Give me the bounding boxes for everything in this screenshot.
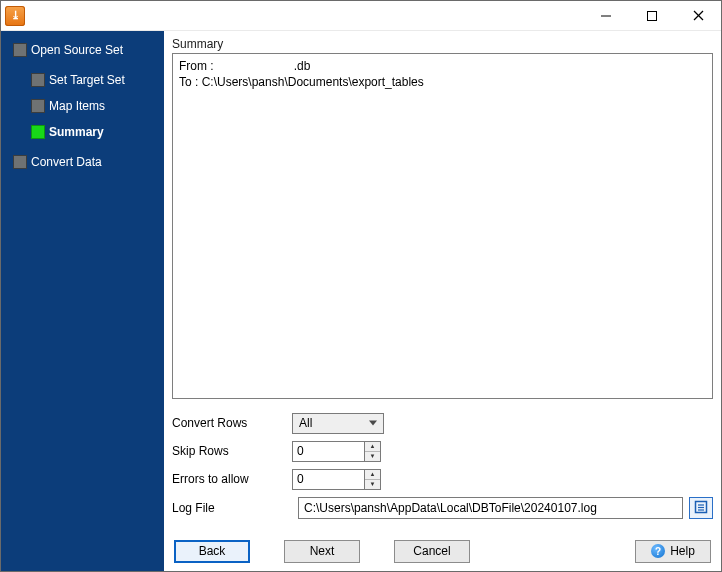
help-button-label: Help bbox=[670, 544, 695, 558]
skip-rows-down[interactable]: ▼ bbox=[365, 452, 380, 461]
errors-down[interactable]: ▼ bbox=[365, 480, 380, 489]
convert-rows-select[interactable]: All bbox=[292, 413, 384, 434]
skip-rows-label: Skip Rows bbox=[172, 444, 292, 458]
wizard-steps: Open Source SetSet Target SetMap ItemsSu… bbox=[1, 31, 164, 571]
wizard-buttons: Back Next Cancel ? Help bbox=[164, 531, 721, 571]
step-box-icon bbox=[13, 155, 27, 169]
step-box-icon bbox=[31, 125, 45, 139]
convert-rows-label: Convert Rows bbox=[172, 416, 292, 430]
log-file-browse-button[interactable] bbox=[689, 497, 713, 519]
errors-input[interactable] bbox=[292, 469, 364, 490]
step-box-icon bbox=[13, 43, 27, 57]
convert-rows-value: All bbox=[299, 416, 312, 430]
step-label: Convert Data bbox=[31, 155, 102, 169]
help-icon: ? bbox=[651, 544, 665, 558]
step-label: Open Source Set bbox=[31, 43, 123, 57]
errors-label: Errors to allow bbox=[172, 472, 292, 486]
app-icon: ⤓ bbox=[5, 6, 25, 26]
panel-title: Summary bbox=[172, 37, 713, 51]
step-box-icon bbox=[31, 73, 45, 87]
browse-icon bbox=[694, 500, 708, 517]
wizard-step[interactable]: Map Items bbox=[3, 93, 162, 119]
step-box-icon bbox=[31, 99, 45, 113]
step-label: Summary bbox=[49, 125, 104, 139]
log-file-label: Log File bbox=[172, 501, 292, 515]
svg-rect-1 bbox=[648, 11, 657, 20]
cancel-button-label: Cancel bbox=[413, 544, 450, 558]
wizard-step[interactable]: Convert Data bbox=[3, 149, 162, 175]
wizard-step[interactable]: Set Target Set bbox=[3, 67, 162, 93]
back-button-label: Back bbox=[199, 544, 226, 558]
log-file-input[interactable] bbox=[298, 497, 683, 519]
cancel-button[interactable]: Cancel bbox=[394, 540, 470, 563]
skip-rows-up[interactable]: ▲ bbox=[365, 442, 380, 452]
summary-textarea[interactable]: From : .db To : C:\Users\pansh\Documents… bbox=[172, 53, 713, 399]
app-window: ⤓ Open Source SetSet Target SetMap Items… bbox=[0, 0, 722, 572]
help-button[interactable]: ? Help bbox=[635, 540, 711, 563]
maximize-button[interactable] bbox=[629, 1, 675, 30]
step-label: Set Target Set bbox=[49, 73, 125, 87]
back-button[interactable]: Back bbox=[174, 540, 250, 563]
step-label: Map Items bbox=[49, 99, 105, 113]
next-button-label: Next bbox=[310, 544, 335, 558]
wizard-step[interactable]: Summary bbox=[3, 119, 162, 145]
close-button[interactable] bbox=[675, 1, 721, 30]
skip-rows-input[interactable] bbox=[292, 441, 364, 462]
next-button[interactable]: Next bbox=[284, 540, 360, 563]
titlebar: ⤓ bbox=[1, 1, 721, 31]
main-panel: Summary From : .db To : C:\Users\pansh\D… bbox=[164, 31, 721, 531]
minimize-button[interactable] bbox=[583, 1, 629, 30]
errors-up[interactable]: ▲ bbox=[365, 470, 380, 480]
options-section: Convert Rows All Skip Rows ▲ ▼ bbox=[172, 409, 713, 523]
wizard-step[interactable]: Open Source Set bbox=[3, 37, 162, 63]
